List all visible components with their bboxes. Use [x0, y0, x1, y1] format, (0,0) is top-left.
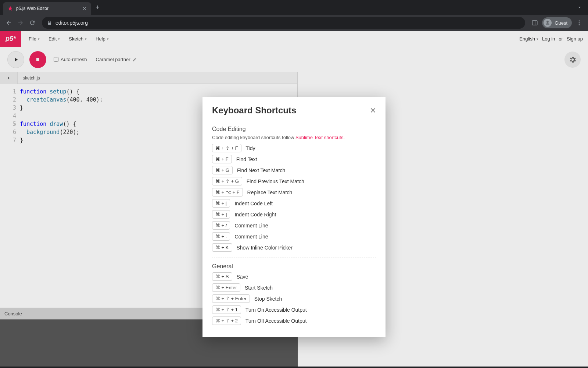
profile-button[interactable]: Guest [542, 17, 572, 28]
avatar-icon [544, 19, 552, 27]
shortcut-key: ⌘ + ⇧ + G [212, 177, 242, 185]
shortcut-desc: Indent Code Left [234, 201, 273, 206]
shortcuts-list-general: ⌘ + SSave⌘ + EnterStart Sketch⌘ + ⇧ + En… [212, 272, 376, 325]
section-note: Code editing keyboard shortcuts follow S… [212, 135, 376, 140]
reload-button[interactable] [26, 17, 38, 29]
shortcut-desc: Find Text [236, 156, 257, 162]
shortcut-row: ⌘ + .Comment Line [212, 232, 376, 241]
modal-header: Keyboard Shortcuts × [202, 97, 386, 121]
svg-point-3 [579, 22, 580, 24]
app: p5* File▾ Edit▾ Sketch▾ Help▾ English▾ L… [0, 31, 588, 367]
shortcut-row: ⌘ + ⇧ + FTidy [212, 144, 376, 152]
sublime-link[interactable]: Sublime Text shortcuts. [295, 135, 345, 140]
shortcut-row: ⌘ + [Indent Code Left [212, 199, 376, 208]
shortcut-row: ⌘ + KShow Inline Color Picker [212, 243, 376, 252]
shortcut-desc: Save [237, 274, 248, 280]
kebab-menu-icon[interactable] [573, 17, 585, 29]
shortcut-desc: Comment Line [234, 234, 268, 240]
lock-icon [47, 21, 52, 25]
shortcut-key: ⌘ + ⇧ + Enter [212, 294, 250, 303]
panel-icon[interactable] [529, 17, 541, 29]
browser-tab[interactable]: p5.js Web Editor ✕ [3, 2, 91, 15]
shortcut-desc: Turn On Accessible Output [245, 307, 307, 313]
modal-overlay[interactable]: Keyboard Shortcuts × Code Editing Code e… [0, 31, 588, 367]
shortcut-desc: Comment Line [234, 223, 268, 229]
back-button[interactable] [3, 17, 15, 29]
section-title-code-editing: Code Editing [212, 126, 376, 132]
browser-tab-title: p5.js Web Editor [16, 6, 79, 11]
section-title-general: General [212, 263, 376, 270]
modal-body[interactable]: Code Editing Code editing keyboard short… [202, 121, 386, 337]
section-divider [212, 258, 376, 258]
shortcut-row: ⌘ + GFind Next Text Match [212, 166, 376, 174]
close-button[interactable]: × [370, 105, 376, 116]
shortcut-row: ⌘ + FFind Text [212, 155, 376, 163]
shortcut-key: ⌘ + [ [212, 199, 230, 208]
shortcut-key: ⌘ + ⇧ + 2 [212, 316, 241, 325]
modal-title: Keyboard Shortcuts [212, 105, 296, 116]
address-bar[interactable]: editor.p5js.org [42, 17, 525, 29]
shortcut-desc: Indent Code Right [234, 212, 276, 217]
browser-tab-bar: p5.js Web Editor ✕ + [0, 0, 588, 15]
shortcut-key: ⌘ + G [212, 166, 233, 174]
forward-button[interactable] [15, 17, 26, 29]
shortcut-desc: Show Inline Color Picker [237, 245, 293, 251]
shortcut-desc: Tidy [246, 145, 255, 151]
shortcut-key: ⌘ + / [212, 221, 230, 230]
shortcut-desc: Replace Text Match [247, 190, 293, 195]
keyboard-shortcuts-modal: Keyboard Shortcuts × Code Editing Code e… [202, 97, 386, 337]
svg-point-4 [579, 24, 580, 25]
shortcut-desc: Start Sketch [245, 285, 273, 291]
shortcut-key: ⌘ + ] [212, 210, 230, 219]
shortcut-key: ⌘ + ⇧ + F [212, 144, 241, 152]
shortcuts-list-code-editing: ⌘ + ⇧ + FTidy⌘ + FFind Text⌘ + GFind Nex… [212, 144, 376, 252]
shortcut-desc: Find Next Text Match [237, 167, 285, 173]
svg-point-2 [579, 20, 580, 21]
p5-favicon-icon [7, 6, 13, 11]
shortcut-row: ⌘ + ⇧ + 1Turn On Accessible Output [212, 305, 376, 314]
shortcut-row: ⌘ + SSave [212, 272, 376, 281]
shortcut-key: ⌘ + K [212, 243, 232, 252]
new-tab-button[interactable]: + [96, 4, 100, 11]
shortcut-desc: Stop Sketch [254, 296, 282, 302]
tabs-dropdown-icon[interactable] [574, 5, 585, 10]
browser-chrome: p5.js Web Editor ✕ + editor.p5js.org [0, 0, 588, 31]
shortcut-key: ⌘ + ⌥ + F [212, 188, 243, 197]
shortcut-row: ⌘ + ⇧ + EnterStop Sketch [212, 294, 376, 303]
shortcut-key: ⌘ + S [212, 272, 232, 281]
shortcut-row: ⌘ + /Comment Line [212, 221, 376, 230]
shortcut-desc: Find Previous Text Match [247, 178, 304, 184]
shortcut-key: ⌘ + F [212, 155, 232, 163]
shortcut-row: ⌘ + EnterStart Sketch [212, 283, 376, 292]
url-text: editor.p5js.org [55, 20, 88, 26]
close-icon[interactable]: ✕ [82, 6, 87, 11]
shortcut-row: ⌘ + ⇧ + GFind Previous Text Match [212, 177, 376, 185]
shortcut-row: ⌘ + ⌥ + FReplace Text Match [212, 188, 376, 197]
browser-address-bar: editor.p5js.org Guest [0, 15, 588, 31]
shortcut-key: ⌘ + . [212, 232, 230, 241]
guest-label: Guest [555, 20, 567, 26]
shortcut-desc: Turn Off Accessible Output [245, 318, 307, 324]
shortcut-key: ⌘ + Enter [212, 283, 240, 292]
shortcut-row: ⌘ + ]Indent Code Right [212, 210, 376, 219]
shortcut-row: ⌘ + ⇧ + 2Turn Off Accessible Output [212, 316, 376, 325]
shortcut-key: ⌘ + ⇧ + 1 [212, 305, 241, 314]
